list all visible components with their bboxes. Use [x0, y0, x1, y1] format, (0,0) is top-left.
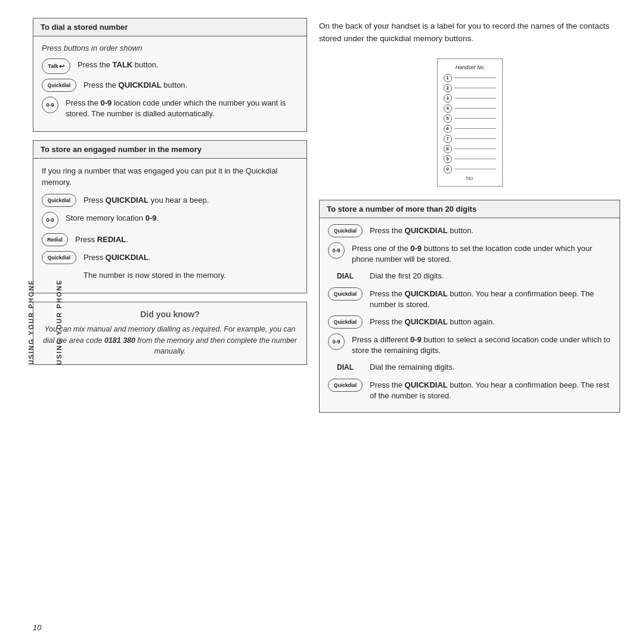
store-20digits-section: To store a number of more than 20 digits… [319, 200, 620, 413]
did-you-know-section: Did you know? You can mix manual and mem… [33, 302, 307, 365]
step-quickdial-3: Quickdial Press QUICKDIAL. [42, 251, 298, 264]
press-order-subtitle: Press buttons in order shown [42, 44, 298, 52]
step-r-09-2-text: Press a different 0-9 button to select a… [352, 333, 611, 356]
handset-row: 5 [444, 114, 496, 123]
did-you-know-title: Did you know? [43, 309, 297, 319]
handset-card: Handset No 1 2 3 4 5 6 7 8 9 [437, 58, 503, 187]
handset-line [454, 169, 496, 169]
r-quickdial-icon-2: Quickdial [328, 287, 363, 301]
store-engaged-section: To store an engaged number in the memory… [33, 140, 307, 293]
step-r-dial-1-text: Dial the first 20 digits. [370, 270, 444, 281]
did-you-know-text: You can mix manual and memory dialling a… [43, 324, 297, 357]
09-button-icon-2: 0-9 [42, 212, 58, 228]
handset-circle: 3 [444, 94, 452, 103]
right-column: On the back of your handset is a label f… [319, 18, 620, 626]
handset-row: 8 [444, 145, 496, 153]
store-20digits-content: Quickdial Press the QUICKDIAL button. 0-… [320, 218, 620, 413]
did-you-know-bold-number: 0181 380 [104, 336, 135, 345]
r-dial-label-2: DIAL [328, 361, 363, 374]
step-09-1-text: Press the 0-9 location code under which … [66, 97, 298, 119]
handset-circle: 7 [444, 135, 452, 143]
step-r-09-1: 0-9 Press one of the 0-9 buttons to set … [328, 242, 611, 265]
handset-line [454, 138, 496, 139]
handset-line [454, 78, 496, 78]
handset-rows: 1 2 3 4 5 6 7 8 9 0 [444, 74, 496, 174]
sidebar-label-text: USING YOUR PHONE [55, 279, 63, 365]
handset-row: 4 [444, 104, 496, 113]
store-20digits-title: To store a number of more than 20 digits [320, 200, 620, 218]
step-r-quickdial-2: Quickdial Press the QUICKDIAL button. Yo… [328, 287, 611, 310]
store-engaged-content: If you ring a number that was engaged yo… [33, 159, 306, 293]
r-dial-label-1: DIAL [328, 270, 363, 283]
redial-button-icon: Redial [42, 233, 68, 246]
handset-row: 3 [444, 94, 496, 103]
handset-row: 2 [444, 84, 496, 92]
page-number: 10 [33, 623, 41, 632]
dial-stored-content: Press buttons in order shown Talk ↩ Pres… [33, 36, 306, 131]
handset-line [454, 148, 496, 149]
handset-line [454, 88, 496, 88]
step-redial: Redial Press REDIAL. [42, 233, 298, 246]
handset-line [454, 108, 496, 109]
r-09-icon-1: 0-9 [328, 242, 345, 259]
quickdial-button-icon-1: Quickdial [42, 79, 76, 92]
sidebar-label: USING YOUR PHONE [27, 274, 35, 370]
left-column: To dial a stored number Press buttons in… [33, 18, 307, 626]
step-redial-text: Press REDIAL. [75, 233, 128, 245]
step-r-dial-1: DIAL Dial the first 20 digits. [328, 270, 611, 283]
step-09-store-text: Store memory location 0-9. [66, 212, 159, 224]
handset-row: 0 [444, 165, 496, 174]
step-r-09-1-text: Press one of the 0-9 buttons to set the … [352, 242, 611, 265]
store-engaged-title: To store an engaged number in the memory [33, 141, 306, 159]
step-r-quickdial-1: Quickdial Press the QUICKDIAL button. [328, 224, 611, 237]
handset-line [454, 128, 496, 129]
handset-row: 1 [444, 74, 496, 82]
handset-circle: 4 [444, 104, 452, 113]
step-r-quickdial-4-text: Press the QUICKDIAL button. You hear a c… [370, 379, 611, 401]
step-r-dial-2: DIAL Dial the remaining digits. [328, 361, 611, 374]
step-r-quickdial-1-text: Press the QUICKDIAL button. [370, 224, 473, 236]
handset-row: 6 [444, 125, 496, 133]
handset-line [454, 98, 496, 98]
step-r-09-2: 0-9 Press a different 0-9 button to sele… [328, 333, 611, 356]
step-r-dial-2-text: Dial the remaining digits. [370, 361, 454, 373]
quickdial-button-icon-3: Quickdial [42, 251, 76, 264]
step-r-quickdial-3-text: Press the QUICKDIAL button again. [370, 315, 495, 327]
r-quickdial-icon-1: Quickdial [328, 224, 363, 237]
r-09-icon-2: 0-9 [328, 333, 345, 350]
step-quickdial-1-text: Press the QUICKDIAL button. [83, 79, 187, 91]
quickdial-button-icon-2: Quickdial [42, 194, 76, 207]
handset-area: Handset No 1 2 3 4 5 6 7 8 9 [319, 58, 620, 187]
dial-stored-title: To dial a stored number [33, 18, 306, 36]
step-talk-text: Press the TALK button. [78, 58, 159, 70]
handset-title: Handset No [444, 64, 496, 70]
r-quickdial-icon-3: Quickdial [328, 315, 363, 329]
handset-row: 7 [444, 135, 496, 143]
right-intro-text: On the back of your handset is a label f… [319, 18, 620, 45]
step-stored-text: The number is now stored in the memory. [42, 269, 298, 281]
did-you-know-text-after: from the memory and then complete the nu… [135, 336, 297, 356]
handset-circle: 9 [444, 155, 452, 163]
step-talk: Talk ↩ Press the TALK button. [42, 58, 298, 74]
step-quickdial-beep: Quickdial Press QUICKDIAL you hear a bee… [42, 194, 298, 207]
step-quickdial-3-text: Press QUICKDIAL. [83, 251, 151, 263]
r-quickdial-icon-4: Quickdial [328, 379, 363, 392]
handset-circle: 6 [444, 125, 452, 133]
step-quickdial-beep-text: Press QUICKDIAL you hear a beep. [83, 194, 209, 206]
store-engaged-intro: If you ring a number that was engaged yo… [42, 166, 298, 187]
handset-circle: 8 [444, 145, 452, 153]
talk-button-icon: Talk ↩ [42, 58, 70, 74]
handset-circle: 1 [444, 74, 452, 82]
handset-line [454, 118, 496, 119]
step-09-store: 0-9 Store memory location 0-9. [42, 212, 298, 228]
step-r-quickdial-4: Quickdial Press the QUICKDIAL button. Yo… [328, 379, 611, 401]
handset-circle: 0 [444, 165, 452, 174]
step-09-1: 0-9 Press the 0-9 location code under wh… [42, 97, 298, 119]
dial-stored-section: To dial a stored number Press buttons in… [33, 18, 307, 132]
step-stored-text-content: The number is now stored in the memory. [83, 269, 226, 281]
step-r-quickdial-2-text: Press the QUICKDIAL button. You hear a c… [370, 287, 611, 310]
handset-circle: 2 [444, 84, 452, 92]
handset-line [454, 159, 496, 159]
step-r-quickdial-3: Quickdial Press the QUICKDIAL button aga… [328, 315, 611, 329]
step-quickdial-1: Quickdial Press the QUICKDIAL button. [42, 79, 298, 92]
